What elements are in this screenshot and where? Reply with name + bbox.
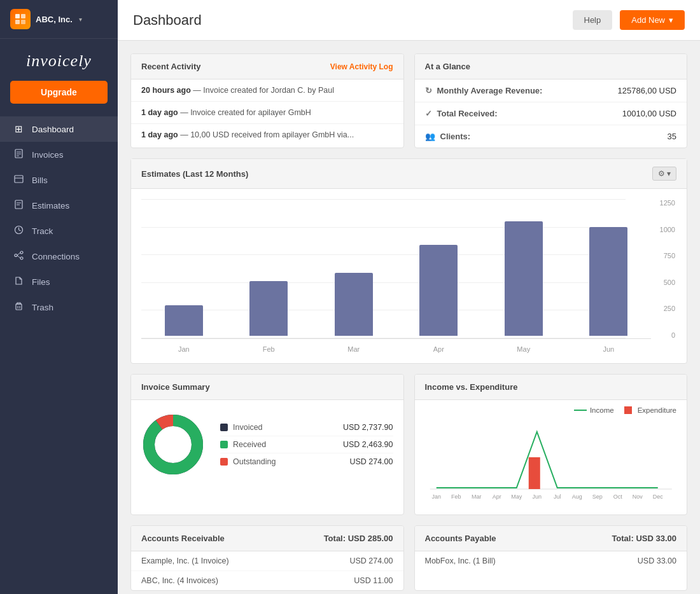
sidebar-item-label: Bills [32,176,48,185]
ap-item-value: USD 33.00 [638,556,676,565]
sidebar-item-label: Trash [32,303,53,312]
svg-rect-29 [528,457,540,489]
expenditure-color-block [624,406,632,414]
sidebar-item-trash[interactable]: Trash [0,294,118,320]
view-activity-log-link[interactable]: View Activity Log [330,62,393,71]
bar [419,245,458,336]
svg-rect-21 [16,304,22,310]
svg-point-16 [15,254,17,257]
income-expenditure-header: Income vs. Expenditure [415,375,687,400]
check-icon: ✓ [425,109,432,118]
bar-group [335,273,373,336]
bar [589,227,627,336]
donut-area: Invoiced USD 2,737.90 Received USD 2,463… [131,400,403,489]
glance-row-clients: 👥 Clients: 35 [415,125,687,148]
estimates-chart-title: Estimates (Last 12 Months) [141,169,248,179]
bar [249,281,288,336]
sidebar-item-connections[interactable]: Connections [0,244,118,269]
invoice-summary-panel: Invoice Summary [130,374,404,515]
y-axis-label: 0 [671,331,675,339]
activity-text: — Invoice created for apilayer GmbH [180,108,311,117]
legend-value-invoiced: USD 2,737.90 [343,423,393,432]
ar-item-name: ABC, Inc. (4 Invoices) [141,576,218,585]
sidebar-item-files[interactable]: Files [0,269,118,294]
company-name: ABC, Inc. [36,15,73,24]
trash-icon [13,301,24,313]
grid-line [141,310,626,310]
svg-text:Sep: Sep [592,494,602,500]
svg-rect-2 [15,20,20,24]
svg-text:Oct: Oct [613,494,622,500]
sidebar-item-estimates[interactable]: Estimates [0,193,118,218]
dashboard-icon: ⊞ [13,123,24,135]
estimates-chart-header: Estimates (Last 12 Months) ⚙ ▾ [131,159,687,189]
activity-text: — Invoice created for Jordan C. by Paul [193,86,334,95]
brand-logo: invoicely [0,39,118,81]
bar-group [589,227,627,336]
bar-chart-wrapper: 125010007505002500 [141,199,676,339]
activity-text: — 10,00 USD received from apilayer GmbH … [180,130,354,139]
accounts-payable-title: Accounts Payable [425,534,496,543]
page-title: Dashboard [133,12,202,29]
bar [335,273,373,336]
connections-icon [13,251,24,262]
accounts-receivable-total: Total: USD 285.00 [324,534,393,543]
accounts-receivable-header: Accounts Receivable Total: USD 285.00 [131,526,403,551]
glance-label-revenue: ↻ Monthly Average Revenue: [425,86,543,95]
svg-point-27 [155,427,191,462]
upgrade-button[interactable]: Upgrade [10,81,108,104]
activity-time: 1 day ago [141,130,178,139]
company-icon [10,9,31,29]
ap-item-name: MobFox, Inc. (1 Bill) [425,556,496,565]
company-header[interactable]: ABC, Inc. ▾ [0,0,118,39]
sidebar-item-track[interactable]: Track [0,218,118,244]
legend-row-outstanding: Outstanding USD 274.00 [220,453,393,470]
clients-icon: 👥 [425,132,435,141]
line-legend: Income Expenditure [425,406,677,414]
bar [505,221,543,336]
activity-time: 1 day ago [141,108,178,117]
glance-row-received: ✓ Total Received: 10010,00 USD [415,102,687,125]
svg-text:May: May [511,494,522,500]
svg-text:Dec: Dec [652,494,663,500]
sidebar-item-label: Estimates [32,201,69,211]
ar-item-name: Example, Inc. (1 Invoice) [141,556,229,565]
dashboard-content: Recent Activity View Activity Log 20 hou… [118,41,700,594]
topbar-actions: Help Add New ▾ [573,10,685,30]
sidebar-item-invoices[interactable]: Invoices [0,142,118,167]
svg-text:Apr: Apr [492,494,501,500]
legend-value-outstanding: USD 274.00 [349,457,393,466]
sidebar-item-bills[interactable]: Bills [0,167,118,193]
chart-settings-button[interactable]: ⚙ ▾ [652,167,676,181]
svg-text:Feb: Feb [451,494,461,500]
accounts-payable-total: Total: USD 33.00 [612,534,676,543]
accounts-row: Accounts Receivable Total: USD 285.00 Ex… [130,525,687,591]
bar-group [419,245,458,336]
bar-chart [141,199,651,339]
legend-label-outstanding: Outstanding [220,457,276,466]
sidebar-item-label: Invoices [32,150,64,160]
sidebar-item-dashboard[interactable]: ⊞ Dashboard [0,116,118,142]
help-button[interactable]: Help [573,10,613,30]
sidebar-item-label: Files [32,277,50,287]
add-new-button[interactable]: Add New ▾ [620,10,685,30]
svg-rect-0 [15,14,20,18]
grid-line [141,254,626,255]
invoices-icon [13,149,24,160]
brand-name: invoicely [26,52,92,71]
accounts-payable-header: Accounts Payable Total: USD 33.00 [415,526,687,551]
line-chart-svg: Jan Feb Mar Apr May Jun Jul Aug Sep Oct … [425,419,677,502]
accounts-receivable-title: Accounts Receivable [141,534,225,543]
grid-line [141,338,626,338]
invoice-summary-title: Invoice Summary [141,382,210,392]
income-legend-item: Income [574,406,614,414]
accounts-receivable-item: Example, Inc. (1 Invoice) USD 274.00 [131,551,403,571]
svg-line-15 [18,230,20,231]
svg-line-19 [17,252,20,256]
glance-row-revenue: ↻ Monthly Average Revenue: 125786,00 USD [415,79,687,102]
svg-text:Nov: Nov [632,494,643,500]
activity-time: 20 hours ago [141,86,191,95]
estimates-chart-panel: Estimates (Last 12 Months) ⚙ ▾ [130,158,687,364]
bar-x-label: Apr [419,345,458,353]
bar-x-label: Mar [335,345,373,353]
